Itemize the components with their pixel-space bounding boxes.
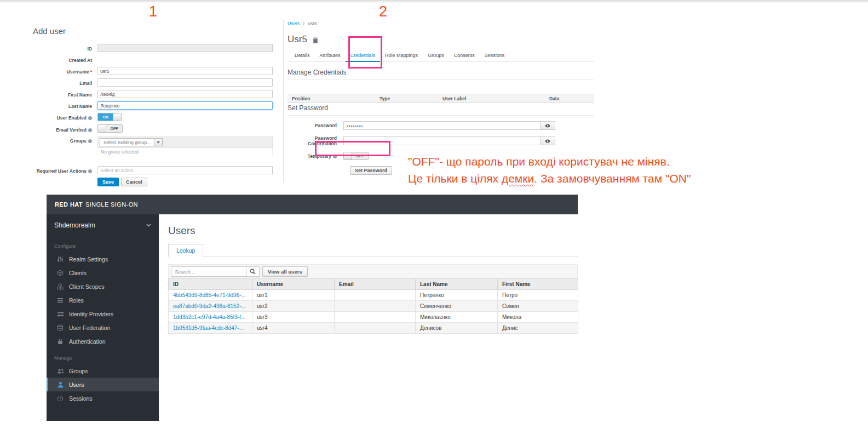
sidebar-item-label: Client Scopes [69, 283, 105, 290]
annotation-number-2: 2 [379, 4, 387, 19]
sidebar-item-sessions[interactable]: Sessions [47, 391, 159, 405]
help-icon [88, 116, 92, 120]
tab-lookup[interactable]: Lookup [168, 244, 203, 257]
sliders-icon [56, 256, 64, 263]
masthead: RED HAT SINGLE SIGN-ON [47, 195, 578, 214]
column-header-email: Email [335, 279, 416, 290]
lookup-tab-bar: Lookup [168, 244, 578, 257]
chevron-down-icon [146, 224, 151, 227]
cube-icon [56, 270, 64, 276]
sidebar-item-label: Users [69, 382, 84, 388]
user-enabled-row: User Enabled ON [33, 113, 278, 121]
cell-last-name: Денисов [416, 323, 498, 334]
misspelled-word: демки [502, 172, 534, 185]
no-group-selected-text: No group selected [97, 148, 273, 156]
cell-username: usr3 [252, 312, 335, 323]
cancel-button[interactable]: Cancel [121, 178, 147, 186]
cell-username: usr4 [252, 323, 335, 334]
cell-last-name: Миколаєнко [416, 312, 498, 323]
sidebar-item-groups[interactable]: Groups [47, 364, 159, 378]
users-toolbar: View all users [168, 264, 578, 278]
list-icon [56, 297, 64, 304]
sidebar-item-users[interactable]: Users [47, 378, 159, 391]
breadcrumb-current: usr5 [308, 21, 317, 26]
sidebar-item-label: Clients [69, 270, 87, 276]
sidebar-item-label: Sessions [69, 395, 93, 402]
credentials-column-position: Position [288, 96, 375, 101]
user-id-link[interactable]: 1b0531d5-9faa-4cdc-8d47-... [169, 323, 252, 334]
users-group-icon [56, 368, 64, 374]
credentials-column-user-label: User Label [438, 96, 545, 101]
sidebar-item-user-federation[interactable]: User Federation [47, 321, 159, 334]
user-id-link[interactable]: 1dd3b2c1-e97d-4a4a-85f3-f... [169, 312, 252, 323]
tab-sessions[interactable]: Sessions [480, 50, 510, 61]
tab-groups[interactable]: Groups [423, 50, 449, 61]
id-field [97, 44, 273, 52]
show-password-confirmation-button[interactable] [541, 136, 555, 145]
last-name-field[interactable] [97, 101, 273, 110]
user-id-link[interactable]: 4bb543d9-8d85-4e71-9d96-... [169, 290, 252, 301]
password-label: Password [288, 123, 343, 128]
sidebar-item-label: User Federation [69, 325, 110, 331]
sidebar-item-label: Roles [69, 297, 84, 304]
user-enabled-toggle[interactable]: ON [97, 113, 122, 121]
username-field[interactable] [97, 67, 273, 75]
password-field[interactable] [343, 121, 541, 130]
annotation-line-2: Це тільки в цілях демки. За замовчування… [408, 170, 691, 187]
annotation-note: "OFF"- що пароль при вході користувач не… [408, 153, 691, 187]
tab-role-mappings[interactable]: Role Mappings [380, 50, 423, 61]
highlight-box-credentials-tab [348, 36, 382, 69]
column-header-username: Username [252, 279, 335, 290]
id-label: ID [33, 44, 97, 52]
set-password-title: Set Password [288, 104, 594, 116]
column-header-id: ID [169, 279, 252, 290]
manage-credentials-title: Manage Credentials [288, 69, 594, 80]
eye-icon [545, 124, 550, 128]
users-table-body: 4bb543d9-8d85-4e71-9d96-...usr1 Петренко… [169, 290, 578, 334]
screenshot-divider [283, 20, 284, 182]
required-actions-field[interactable] [97, 166, 273, 174]
save-button[interactable]: Save [97, 178, 119, 186]
breadcrumb-users-link[interactable]: Users [288, 21, 300, 26]
brand-logo: RED HAT [55, 201, 83, 208]
sidebar-item-identity-providers[interactable]: Identity Providers [47, 307, 159, 321]
last-name-row: Last Name [33, 101, 278, 110]
username-label: Username* [33, 67, 97, 75]
delete-user-button[interactable] [312, 36, 319, 43]
tab-details[interactable]: Details [290, 50, 315, 61]
sidebar-item-realm-settings[interactable]: Realm Settings [47, 252, 159, 266]
search-button[interactable] [246, 266, 260, 277]
annotation-number-1: 1 [149, 4, 157, 19]
sidebar-item-roles[interactable]: Roles [47, 293, 159, 307]
group-select-caret-button[interactable] [154, 138, 163, 146]
user-id-link[interactable]: ea87abd0-9da2-498a-8152-... [169, 301, 252, 312]
groups-picker: Select existing group... [97, 136, 273, 148]
email-row: Email [33, 78, 278, 87]
user-icon [56, 382, 64, 388]
email-field[interactable] [97, 78, 273, 87]
first-name-field[interactable] [97, 90, 273, 98]
side-nav-container: Shdemorealm ConfigureRealm SettingsClien… [47, 214, 159, 421]
sidebar-item-client-scopes[interactable]: Client Scopes [47, 280, 159, 293]
sidebar-item-authentication[interactable]: Authentication [47, 334, 159, 348]
tab-attributes[interactable]: Attributes [315, 50, 346, 61]
group-select-dropdown[interactable]: Select existing group... [100, 138, 154, 146]
help-icon [88, 139, 92, 143]
set-password-button[interactable]: Set Password [350, 166, 392, 175]
tab-consents[interactable]: Consents [449, 50, 480, 61]
email-verified-label: Email Verified [33, 126, 97, 133]
main-content: Users Lookup View all users IDUsernameEm… [159, 214, 578, 421]
credentials-column-data: Data [545, 96, 594, 101]
help-icon [88, 169, 92, 173]
sidebar-item-clients[interactable]: Clients [47, 266, 159, 280]
search-input[interactable] [171, 266, 246, 277]
sidebar-item-label: Authentication [69, 338, 106, 345]
email-verified-toggle[interactable]: OFF [97, 124, 123, 133]
credentials-table-header: PositionTypeUser LabelData [288, 94, 594, 103]
trash-icon [312, 36, 319, 43]
view-all-users-button[interactable]: View all users [262, 266, 308, 277]
realm-selector[interactable]: Shdemorealm [47, 214, 159, 236]
show-password-button[interactable] [541, 121, 555, 130]
table-row: ea87abd0-9da2-498a-8152-...usr2 Семенчен… [169, 301, 578, 312]
form-buttons-row: Save Cancel [33, 178, 278, 186]
